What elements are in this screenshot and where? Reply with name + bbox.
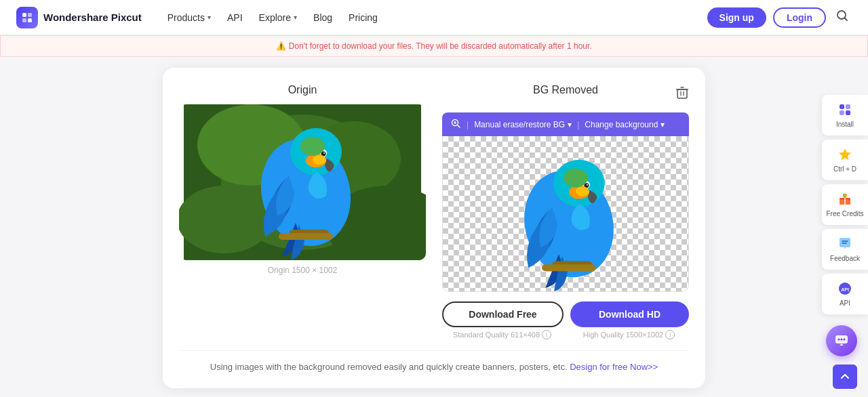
svg-point-55 xyxy=(841,339,843,341)
standard-quality-info-icon[interactable]: i xyxy=(542,330,551,339)
svg-rect-40 xyxy=(542,264,596,271)
main-content: Origin xyxy=(0,57,868,397)
delete-button[interactable] xyxy=(675,86,689,103)
svg-point-18 xyxy=(313,155,326,165)
svg-rect-41 xyxy=(840,104,844,109)
high-quality-info-icon[interactable]: i xyxy=(665,330,675,339)
svg-rect-0 xyxy=(22,13,26,17)
svg-text:API: API xyxy=(841,287,849,292)
footer-text: Using images with the background removed… xyxy=(210,362,568,372)
sidebar-bookmark-label: Ctrl + D xyxy=(833,165,856,173)
quality-row: Standard Quality 611×408 i High Quality … xyxy=(442,330,689,339)
origin-title: Origin xyxy=(179,84,426,96)
login-button[interactable]: Login xyxy=(773,7,826,28)
bg-removed-image xyxy=(443,136,688,291)
search-icon[interactable] xyxy=(833,6,852,28)
notification-text: Don't forget to download your files. The… xyxy=(289,41,592,51)
svg-line-5 xyxy=(845,18,848,21)
svg-rect-2 xyxy=(22,18,26,22)
sidebar-install[interactable]: Install xyxy=(822,95,868,135)
change-bg-chevron: ▾ xyxy=(660,120,665,129)
bg-removed-title: BG Removed xyxy=(504,84,627,96)
signup-button[interactable]: Sign up xyxy=(707,7,766,28)
sidebar-feedback-label: Feedback xyxy=(830,255,860,263)
card-divider xyxy=(179,350,689,351)
notification-icon: ⚠️ xyxy=(276,41,286,51)
manual-erase-label: Manual erase/restore BG xyxy=(474,120,565,129)
sidebar-credits[interactable]: Free Credits xyxy=(822,184,868,225)
nav-api[interactable]: API xyxy=(220,8,250,27)
chat-bubble[interactable] xyxy=(826,325,857,356)
logo-icon xyxy=(16,7,38,28)
api-icon: API xyxy=(837,280,853,297)
svg-point-38 xyxy=(564,169,588,188)
svg-rect-44 xyxy=(846,110,850,115)
origin-image-wrapper xyxy=(179,104,426,260)
gift-icon xyxy=(837,191,853,207)
sidebar-install-label: Install xyxy=(836,121,854,129)
toolbar-divider-2: | xyxy=(577,120,579,129)
download-free-button[interactable]: Download Free xyxy=(442,301,564,327)
sidebar-api-label: API xyxy=(840,299,850,308)
products-chevron: ▾ xyxy=(208,14,211,21)
star-icon xyxy=(837,146,853,163)
download-row: Download Free Download HD xyxy=(442,301,689,327)
change-bg-button[interactable]: Change background ▾ xyxy=(585,120,665,129)
back-to-top-button[interactable] xyxy=(833,364,857,389)
svg-point-56 xyxy=(844,339,846,341)
logo-text: Wondershare Pixcut xyxy=(43,12,142,23)
standard-quality: Standard Quality 611×408 i xyxy=(442,330,562,339)
origin-image xyxy=(179,104,426,260)
explore-chevron: ▾ xyxy=(294,14,297,21)
change-bg-label: Change background xyxy=(585,120,658,129)
svg-rect-21 xyxy=(279,233,333,240)
svg-point-54 xyxy=(838,339,840,341)
svg-point-37 xyxy=(576,187,589,196)
svg-point-35 xyxy=(587,184,588,186)
svg-rect-43 xyxy=(840,110,844,115)
nav-blog[interactable]: Blog xyxy=(307,8,339,27)
navbar: Wondershare Pixcut Products ▾ API Explor… xyxy=(0,0,868,35)
svg-rect-42 xyxy=(846,104,850,109)
logo-link[interactable]: Wondershare Pixcut xyxy=(16,7,142,28)
zoom-icon xyxy=(450,118,461,131)
right-sidebar: Install Ctrl + D Free Credits xyxy=(822,95,868,317)
high-quality: High Quality 1500×1002 i xyxy=(569,330,689,339)
manual-erase-button[interactable]: Manual erase/restore BG ▾ xyxy=(474,120,572,129)
feedback-icon xyxy=(837,236,853,252)
card-footer: Using images with the background removed… xyxy=(179,362,689,372)
svg-rect-3 xyxy=(28,18,32,22)
result-card: Origin xyxy=(163,68,705,388)
card-columns: Origin xyxy=(179,84,689,339)
bg-removed-title-row: BG Removed xyxy=(442,84,689,104)
svg-point-11 xyxy=(179,186,272,253)
svg-line-28 xyxy=(458,125,460,128)
bg-removed-image-area xyxy=(442,136,689,292)
bg-toolbar: | Manual erase/restore BG ▾ | Change bac… xyxy=(442,112,689,136)
svg-point-19 xyxy=(300,137,325,156)
svg-rect-1 xyxy=(28,13,32,17)
nav-pricing[interactable]: Pricing xyxy=(342,8,384,27)
manual-erase-chevron: ▾ xyxy=(568,120,572,129)
svg-marker-45 xyxy=(839,148,851,161)
notification-bar: ⚠️ Don't forget to download your files. … xyxy=(0,35,868,57)
nav-items: Products ▾ API Explore ▾ Blog Pricing xyxy=(161,8,688,27)
origin-column: Origin xyxy=(179,84,426,339)
nav-actions: Sign up Login xyxy=(707,6,852,28)
download-hd-button[interactable]: Download HD xyxy=(570,301,689,327)
install-icon xyxy=(837,102,853,118)
sidebar-credits-label: Free Credits xyxy=(826,210,863,218)
sidebar-feedback[interactable]: Feedback xyxy=(822,229,868,270)
svg-rect-22 xyxy=(677,89,687,98)
nav-products[interactable]: Products ▾ xyxy=(161,8,218,27)
toolbar-divider-1: | xyxy=(467,120,469,129)
sidebar-api[interactable]: API API xyxy=(822,274,868,314)
nav-explore[interactable]: Explore ▾ xyxy=(252,8,304,27)
svg-point-16 xyxy=(323,152,325,154)
sidebar-bookmark[interactable]: Ctrl + D xyxy=(822,140,868,180)
origin-caption: Origin 1500 × 1002 xyxy=(179,266,426,275)
bg-removed-column: BG Removed xyxy=(442,84,689,339)
footer-link[interactable]: Design for free Now>> xyxy=(570,362,658,372)
